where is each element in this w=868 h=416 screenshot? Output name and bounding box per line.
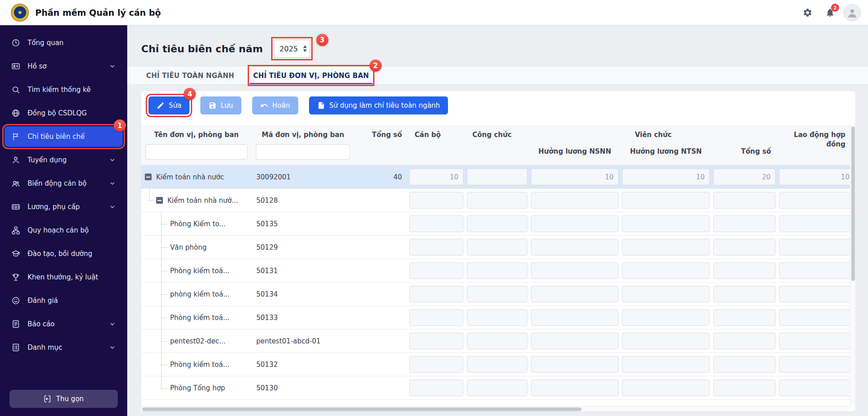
salary-ntsn-input[interactable] [622,262,710,279]
collapse-node-icon[interactable] [145,174,152,180]
table-row[interactable]: Kiểm toán nhà nướ...50128 [141,189,850,212]
salary-nsnn-input[interactable] [531,379,619,396]
pe-total-input[interactable] [713,286,776,302]
spinner-down-icon[interactable] [303,50,307,52]
civil-servants-input[interactable] [467,309,527,326]
sidebar-item-dao-tao-boi-duong[interactable]: Đào tạo, bồi dưỡng [5,243,123,264]
save-button[interactable]: Lưu [200,96,241,114]
contract-workers-input[interactable] [779,333,850,349]
officials-input[interactable] [409,379,463,396]
settings-button[interactable] [799,4,817,22]
salary-nsnn-input[interactable] [531,192,619,209]
salary-ntsn-input[interactable] [622,309,710,326]
salary-ntsn-input[interactable] [622,239,710,256]
collapse-node-icon[interactable] [156,197,163,204]
horizontal-scrollbar[interactable] [141,406,850,411]
sidebar-item-bao-cao[interactable]: Báo cáo [5,314,123,334]
tab-chi-tieu-toan-nganh[interactable]: CHỈ TIÊU TOÀN NGÀNH [143,67,238,84]
salary-ntsn-input[interactable] [622,192,710,209]
table-row[interactable]: Phòng Kiểm to...50135 [141,212,850,236]
sidebar-item-bien-dong-can-bo[interactable]: Biến động cán bộ [5,173,123,194]
edit-button[interactable]: Sửa 4 [148,96,189,114]
officials-input[interactable] [409,192,463,209]
contract-workers-input[interactable] [779,239,850,256]
salary-ntsn-input[interactable] [622,169,710,185]
sidebar-item-tim-kiem-thong-ke[interactable]: Tìm kiếm thống kê [5,79,123,100]
sidebar-item-luong-phu-cap[interactable]: Lương, phụ cấp [5,197,123,217]
salary-nsnn-input[interactable] [531,169,619,185]
salary-ntsn-input[interactable] [622,379,710,396]
pe-total-input[interactable] [713,356,776,373]
sidebar-item-danh-muc[interactable]: Danh mục [5,337,123,358]
pe-total-input[interactable] [713,239,776,256]
contract-workers-input[interactable] [779,309,850,326]
salary-nsnn-input[interactable] [531,262,619,279]
unit-name-filter-input[interactable] [145,144,248,160]
spinner-up-icon[interactable] [303,46,307,48]
sidebar-item-danh-gia[interactable]: Đánh giá [5,290,123,311]
salary-ntsn-input[interactable] [622,356,710,373]
collapse-sidebar-button[interactable]: Thu gọn [9,390,118,408]
sidebar-item-tuyen-dung[interactable]: Tuyển dụng [5,150,123,170]
officials-input[interactable] [409,169,463,185]
table-row[interactable]: phòng kiểm toá...50134 [141,283,850,306]
table-row[interactable]: Phòng Tổng hợp50130 [141,376,850,400]
contract-workers-input[interactable] [779,356,850,373]
year-spinner[interactable] [303,46,307,52]
civil-servants-input[interactable] [467,333,527,349]
table-row[interactable]: Phòng kiểm toá...50133 [141,306,850,329]
salary-nsnn-input[interactable] [531,286,619,302]
pe-total-input[interactable] [713,262,776,279]
civil-servants-input[interactable] [467,262,527,279]
contract-workers-input[interactable] [779,262,850,279]
civil-servants-input[interactable] [467,169,527,185]
pe-total-input[interactable] [713,169,776,185]
civil-servants-input[interactable] [467,356,527,373]
sidebar-item-ho-so[interactable]: Hồ sơ [5,56,123,77]
officials-input[interactable] [409,239,463,256]
notifications-button[interactable]: 2 [821,4,839,22]
contract-workers-input[interactable] [779,169,850,185]
civil-servants-input[interactable] [467,379,527,396]
horizontal-scrollbar-thumb[interactable] [142,407,582,411]
civil-servants-input[interactable] [467,215,527,232]
civil-servants-input[interactable] [467,286,527,302]
pe-total-input[interactable] [713,333,776,349]
apply-to-whole-sector-button[interactable]: Sử dụng làm chỉ tiêu toàn ngành [309,96,448,114]
officials-input[interactable] [409,262,463,279]
unit-code-filter-input[interactable] [256,144,350,160]
salary-nsnn-input[interactable] [531,309,619,326]
pe-total-input[interactable] [713,309,776,326]
officials-input[interactable] [409,333,463,349]
vertical-scrollbar[interactable] [850,126,855,406]
contract-workers-input[interactable] [779,192,850,209]
salary-nsnn-input[interactable] [531,356,619,373]
officials-input[interactable] [409,286,463,302]
table-row[interactable]: pentest02-dec...pentest01-abcd-01 [141,329,850,353]
pe-total-input[interactable] [713,379,776,396]
civil-servants-input[interactable] [467,239,527,256]
sidebar-item-tong-quan[interactable]: Tổng quan [5,32,123,53]
officials-input[interactable] [409,309,463,326]
salary-nsnn-input[interactable] [531,215,619,232]
salary-ntsn-input[interactable] [622,333,710,349]
civil-servants-input[interactable] [467,192,527,209]
contract-workers-input[interactable] [779,286,850,302]
pe-total-input[interactable] [713,215,776,232]
table-row[interactable]: Kiểm toán nhà nước3009200140 [141,165,850,189]
salary-nsnn-input[interactable] [531,239,619,256]
officials-input[interactable] [409,356,463,373]
sidebar-item-dong-bo-csdlqg[interactable]: Đồng bộ CSDLQG [5,103,123,123]
salary-nsnn-input[interactable] [531,333,619,349]
salary-ntsn-input[interactable] [622,286,710,302]
contract-workers-input[interactable] [779,215,850,232]
cancel-button[interactable]: Hoãn [252,96,298,114]
user-avatar[interactable] [844,4,861,21]
table-row[interactable]: Văn phòng50129 [141,236,850,259]
sidebar-item-khen-thuong-ky-luat[interactable]: Khen thưởng, kỷ luật [5,267,123,288]
table-row[interactable]: Phòng kiểm toá...50131 [141,259,850,283]
sidebar-item-chi-tieu-bien-che[interactable]: Chỉ tiêu biên chế1 [5,126,123,147]
tab-chi-tieu-don-vi-phong-ban[interactable]: CHỈ TIÊU ĐƠN VỊ, PHÒNG BAN 2 [249,67,373,84]
salary-ntsn-input[interactable] [622,215,710,232]
sidebar-item-quy-hoach-can-bo[interactable]: Quy hoạch cán bộ [5,220,123,241]
